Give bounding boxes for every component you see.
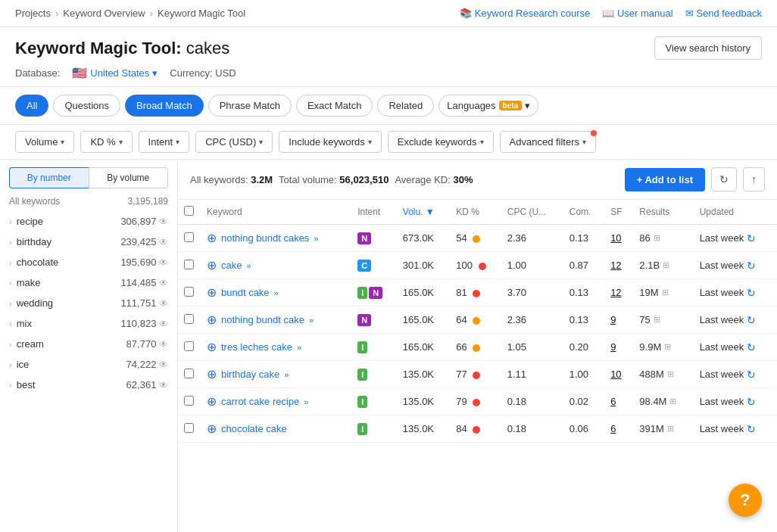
send-feedback-link[interactable]: ✉ Send feedback xyxy=(685,8,762,19)
add-keyword-icon[interactable]: ⊕ xyxy=(207,231,217,245)
keyword-link[interactable]: birthday cake xyxy=(221,369,279,380)
refresh-icon[interactable]: ↻ xyxy=(747,341,756,353)
add-to-list-button[interactable]: + Add to list xyxy=(625,168,705,191)
include-keywords-filter[interactable]: Include keywords ▾ xyxy=(279,131,381,153)
row-checkbox[interactable] xyxy=(184,369,194,378)
table-row: ⊕ cake » C 301.0K 100 1.00 0.87 12 2.1B … xyxy=(178,252,777,279)
add-keyword-icon[interactable]: ⊕ xyxy=(207,340,217,354)
add-keyword-icon[interactable]: ⊕ xyxy=(207,422,217,436)
tab-all[interactable]: All xyxy=(15,95,48,117)
serp-icon: ⊞ xyxy=(667,369,674,379)
breadcrumb-projects[interactable]: Projects xyxy=(15,8,51,19)
cpc-filter[interactable]: CPC (USD) ▾ xyxy=(195,131,273,153)
row-checkbox[interactable] xyxy=(184,287,194,297)
chevron-down-icon: ▾ xyxy=(368,138,372,146)
kd-filter[interactable]: KD % ▾ xyxy=(80,131,132,153)
avg-kd-label: Average KD: 30% xyxy=(395,174,473,185)
tab-related[interactable]: Related xyxy=(377,95,434,117)
table-row: ⊕ nothing bundt cake » N 165.0K 64 2.36 … xyxy=(178,306,777,334)
sf-link[interactable]: 10 xyxy=(610,369,621,380)
eye-icon: 👁 xyxy=(159,380,168,390)
add-keyword-icon[interactable]: ⊕ xyxy=(207,313,217,327)
chevron-right-icon: › xyxy=(9,258,12,267)
tab-languages[interactable]: Languages beta ▾ xyxy=(438,95,538,117)
row-checkbox[interactable] xyxy=(184,260,194,269)
refresh-icon[interactable]: ↻ xyxy=(747,423,756,435)
top-nav: Projects › Keyword Overview › Keyword Ma… xyxy=(0,0,777,27)
row-checkbox[interactable] xyxy=(184,232,194,242)
intent-badge: N xyxy=(369,287,382,299)
row-checkbox[interactable] xyxy=(184,314,194,324)
refresh-button[interactable]: ↻ xyxy=(711,167,737,191)
row-checkbox[interactable] xyxy=(184,396,194,406)
volume-column-header[interactable]: Volu. ▼ xyxy=(397,200,451,225)
keyword-arrows-icon: » xyxy=(284,370,289,379)
keyword-research-course-link[interactable]: 📚 Keyword Research course xyxy=(460,8,590,19)
intent-filter[interactable]: Intent ▾ xyxy=(139,131,190,153)
exclude-keywords-filter[interactable]: Exclude keywords ▾ xyxy=(388,131,494,153)
breadcrumb-current: Keyword Magic Tool xyxy=(158,8,245,19)
advanced-filters-button[interactable]: Advanced filters ▾ xyxy=(500,131,597,153)
eye-icon: 👁 xyxy=(159,237,168,247)
tab-broad-match[interactable]: Broad Match xyxy=(125,95,204,117)
add-keyword-icon[interactable]: ⊕ xyxy=(207,394,217,409)
tab-questions[interactable]: Questions xyxy=(53,95,120,117)
view-history-button[interactable]: View search history xyxy=(654,36,762,60)
row-checkbox[interactable] xyxy=(184,341,194,351)
help-button[interactable]: ? xyxy=(729,484,762,517)
updated-column-header: Updated xyxy=(694,200,777,225)
keyword-link[interactable]: nothing bundt cakes xyxy=(221,232,309,244)
refresh-icon[interactable]: ↻ xyxy=(747,232,756,244)
keyword-link[interactable]: chocolate cake xyxy=(221,423,287,434)
table-row: ⊕ carrot cake recipe » I 135.0K 79 0.18 … xyxy=(178,388,777,415)
tab-phrase-match[interactable]: Phrase Match xyxy=(208,95,292,117)
serp-icon: ⊞ xyxy=(654,233,660,243)
sidebar-item[interactable]: › chocolate 195,690 👁 xyxy=(0,252,177,272)
chevron-down-icon: ▾ xyxy=(119,138,123,146)
select-all-checkbox[interactable] xyxy=(184,206,194,216)
sidebar-item[interactable]: › make 114,485 👁 xyxy=(0,272,177,293)
sf-link[interactable]: 6 xyxy=(610,423,616,434)
refresh-icon[interactable]: ↻ xyxy=(747,314,756,326)
keyword-link[interactable]: carrot cake recipe xyxy=(221,396,299,407)
sidebar-item[interactable]: › wedding 111,751 👁 xyxy=(0,293,177,313)
sf-link[interactable]: 9 xyxy=(610,341,616,353)
sf-link[interactable]: 10 xyxy=(610,232,621,244)
sf-link[interactable]: 6 xyxy=(610,396,616,407)
languages-label: Languages xyxy=(447,100,495,111)
user-manual-link[interactable]: 📖 User manual xyxy=(602,8,672,19)
database-select[interactable]: 🇺🇸 United States ▾ xyxy=(72,66,158,80)
refresh-icon[interactable]: ↻ xyxy=(747,369,756,381)
refresh-icon[interactable]: ↻ xyxy=(747,260,756,272)
serp-icon: ⊞ xyxy=(662,288,669,297)
tab-exact-match[interactable]: Exact Match xyxy=(296,95,373,117)
row-checkbox[interactable] xyxy=(184,423,194,433)
sf-link[interactable]: 9 xyxy=(610,314,616,325)
keyword-link[interactable]: tres leches cake xyxy=(221,341,292,353)
add-keyword-icon[interactable]: ⊕ xyxy=(207,285,217,300)
sidebar-item[interactable]: › birthday 239,425 👁 xyxy=(0,232,177,252)
sidebar-item[interactable]: › recipe 306,897 👁 xyxy=(0,211,177,232)
sidebar-item[interactable]: › ice 74,222 👁 xyxy=(0,354,177,375)
add-keyword-icon[interactable]: ⊕ xyxy=(207,258,217,272)
chevron-right-icon: › xyxy=(9,360,12,369)
refresh-icon[interactable]: ↻ xyxy=(747,396,756,408)
page-title: Keyword Magic Tool: cakes xyxy=(15,39,229,58)
export-button[interactable]: ↑ xyxy=(743,167,765,191)
total-volume-value: 56,023,510 xyxy=(339,174,388,185)
add-keyword-icon[interactable]: ⊕ xyxy=(207,367,217,381)
sidebar-item[interactable]: › cream 87,770 👁 xyxy=(0,334,177,354)
refresh-icon[interactable]: ↻ xyxy=(747,287,756,299)
breadcrumb-keyword-overview[interactable]: Keyword Overview xyxy=(63,8,145,19)
keyword-link[interactable]: nothing bundt cake xyxy=(221,314,304,325)
by-volume-button[interactable]: By volume xyxy=(89,167,169,188)
keyword-link[interactable]: bundt cake xyxy=(221,287,270,298)
keyword-link[interactable]: cake xyxy=(221,260,242,271)
volume-filter[interactable]: Volume ▾ xyxy=(15,131,74,153)
sf-link[interactable]: 12 xyxy=(610,287,621,298)
kd-dot xyxy=(473,235,480,243)
sidebar-item[interactable]: › mix 110,823 👁 xyxy=(0,313,177,334)
sf-link[interactable]: 12 xyxy=(610,260,621,271)
by-number-button[interactable]: By number xyxy=(9,167,89,188)
sidebar-item[interactable]: › best 62,361 👁 xyxy=(0,375,177,395)
